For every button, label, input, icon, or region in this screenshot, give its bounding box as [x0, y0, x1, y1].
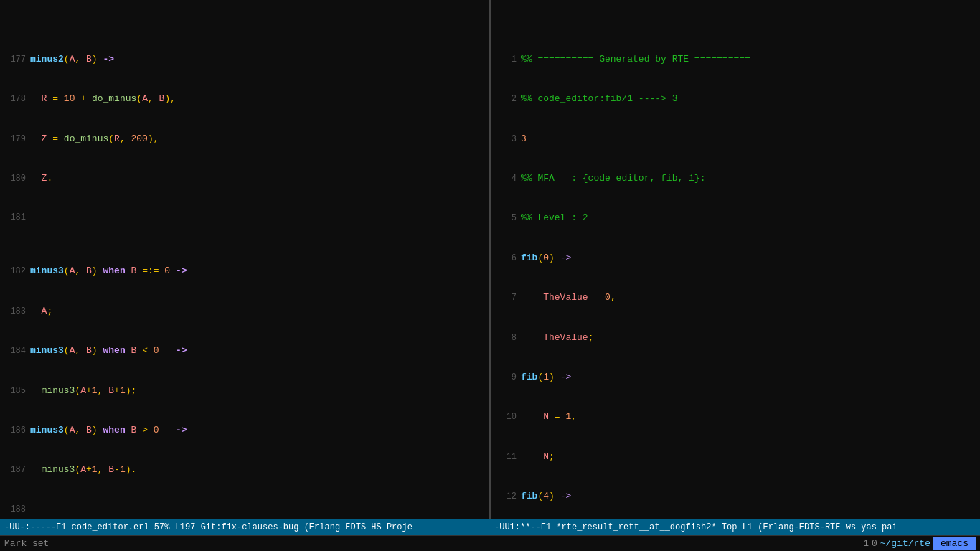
rte-line-10: 10 N = 1, — [491, 410, 980, 424]
minibuffer-sep: 0 — [872, 538, 877, 549]
code-line-180: 180 Z. — [0, 172, 489, 186]
right-code-content: 1 %% ========== Generated by RTE =======… — [491, 0, 980, 519]
code-line-187: 187 minus3(A+1, B-1). — [0, 463, 489, 477]
left-status-bar: -UU-:-----F1 code_editor.erl 57% L197 Gi… — [0, 519, 490, 535]
code-line-179: 179 Z = do_minus(R, 200), — [0, 133, 489, 146]
rte-line-6: 6 fib(0) -> — [491, 252, 980, 265]
code-line-178: 178 R = 10 + do_minus(A, B), — [0, 93, 489, 106]
left-pane: 177 minus2(A, B) -> 178 R = 10 + do_minu… — [0, 0, 491, 519]
code-line-186: 186 minus3(A, B) when B > 0 -> — [0, 424, 489, 438]
rte-line-1: 1 %% ========== Generated by RTE =======… — [491, 53, 980, 67]
rte-line-12: 12 fib(4) -> — [491, 490, 980, 504]
right-pane: 1 %% ========== Generated by RTE =======… — [491, 0, 980, 519]
status-bar-row: -UU-:-----F1 code_editor.erl 57% L197 Gi… — [0, 519, 980, 535]
code-line-185: 185 minus3(A+1, B+1); — [0, 385, 489, 398]
left-code-content: 177 minus2(A, B) -> 178 R = 10 + do_minu… — [0, 0, 489, 519]
rte-line-11: 11 N; — [491, 451, 980, 464]
left-status-text: -UU-:-----F1 code_editor.erl 57% L197 Gi… — [4, 522, 413, 532]
code-line-188: 188 — [0, 504, 489, 517]
rte-line-8: 8 TheValue; — [491, 331, 980, 345]
rte-line-5: 5 %% Level : 2 — [491, 212, 980, 225]
minibuffer-cmd[interactable]: emacs — [933, 537, 976, 550]
minibuffer-dir: ~/git/rte — [880, 538, 930, 549]
code-line-182: 182 minus3(A, B) when B =:= 0 -> — [0, 265, 489, 278]
code-line-177: 177 minus2(A, B) -> — [0, 53, 489, 67]
rte-line-9: 9 fib(1) -> — [491, 371, 980, 385]
rte-line-2: 2 %% code_editor:fib/1 ----> 3 — [491, 93, 980, 106]
right-status-text: -UU1:**--F1 *rte_result_rett__at__dogfis… — [494, 522, 897, 532]
right-status-bar: -UU1:**--F1 *rte_result_rett__at__dogfis… — [490, 519, 980, 535]
code-line-183: 183 A; — [0, 305, 489, 319]
code-line-181: 181 — [0, 212, 489, 225]
editor-area: 177 minus2(A, B) -> 178 R = 10 + do_minu… — [0, 0, 980, 519]
rte-line-7: 7 TheValue = 0, — [491, 291, 980, 305]
code-line-184: 184 minus3(A, B) when B < 0 -> — [0, 344, 489, 358]
minibuffer-prompt-num: 1 — [863, 538, 869, 549]
rte-line-4: 4 %% MFA : {code_editor, fib, 1}: — [491, 172, 980, 186]
minibuffer-mark-text: Mark set — [4, 538, 49, 549]
minibuffer: Mark set 1 0 ~/git/rte emacs — [0, 535, 980, 551]
rte-line-3: 3 3 — [491, 133, 980, 146]
